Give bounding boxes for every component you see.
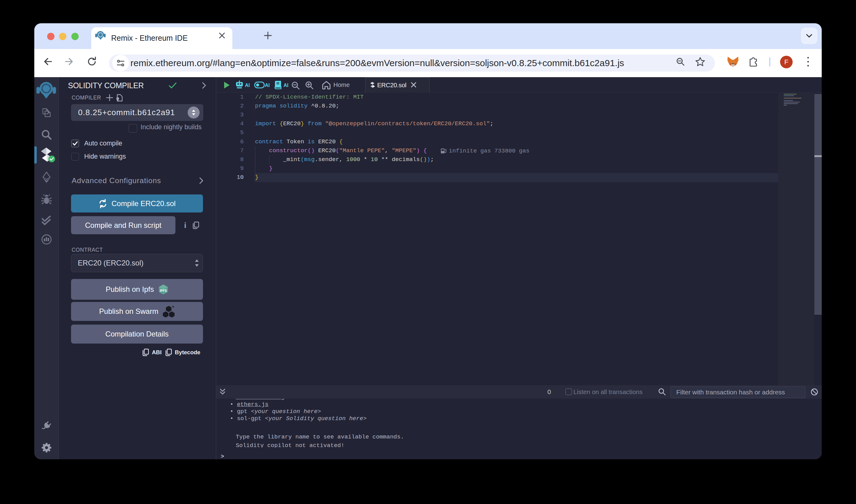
svg-text:IPFS: IPFS xyxy=(160,289,167,292)
